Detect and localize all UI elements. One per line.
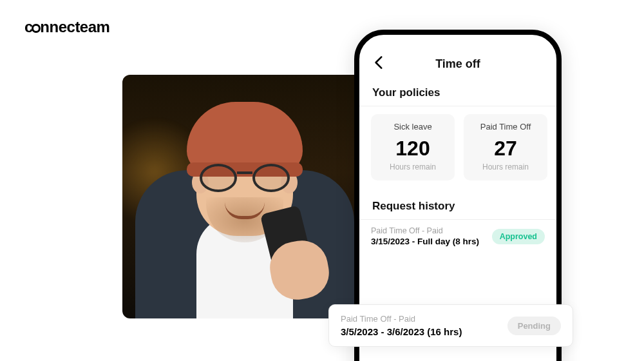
policy-card-sick-leave[interactable]: Sick leave 120 Hours remain xyxy=(371,114,455,180)
status-badge-pending: Pending xyxy=(507,317,561,335)
policy-name: Sick leave xyxy=(375,122,451,132)
chevron-left-icon xyxy=(371,54,388,71)
policy-value: 120 xyxy=(375,138,451,159)
back-button[interactable] xyxy=(371,54,388,71)
policy-unit: Hours remain xyxy=(375,162,451,171)
history-heading: Request history xyxy=(359,192,556,219)
policy-name: Paid Time Off xyxy=(468,122,544,132)
policy-unit: Hours remain xyxy=(468,162,544,171)
history-item[interactable]: Paid Time Off - Paid 3/15/2023 - Full da… xyxy=(359,220,556,257)
policies-row[interactable]: Sick leave 120 Hours remain Paid Time Of… xyxy=(359,106,556,192)
history-detail: 3/5/2023 - 3/6/2023 (16 hrs) xyxy=(341,326,462,337)
history-detail: 3/15/2023 - Full day (8 hrs) xyxy=(371,237,479,246)
policy-value: 27 xyxy=(468,138,544,159)
status-badge-approved: Approved xyxy=(492,229,545,244)
brand-logo: cconnecteamnnecteam xyxy=(24,18,109,36)
request-card[interactable]: Paid Time Off - Paid 3/5/2023 - 3/6/2023… xyxy=(328,304,573,347)
hero-photo xyxy=(122,75,367,318)
history-type: Paid Time Off - Paid xyxy=(341,314,462,324)
page-title: Time off xyxy=(435,57,480,71)
policies-heading: Your policies xyxy=(359,79,556,106)
nav-bar: Time off xyxy=(359,49,556,79)
policy-card-pto[interactable]: Paid Time Off 27 Hours remain xyxy=(464,114,547,180)
history-type: Paid Time Off - Paid xyxy=(371,226,479,235)
